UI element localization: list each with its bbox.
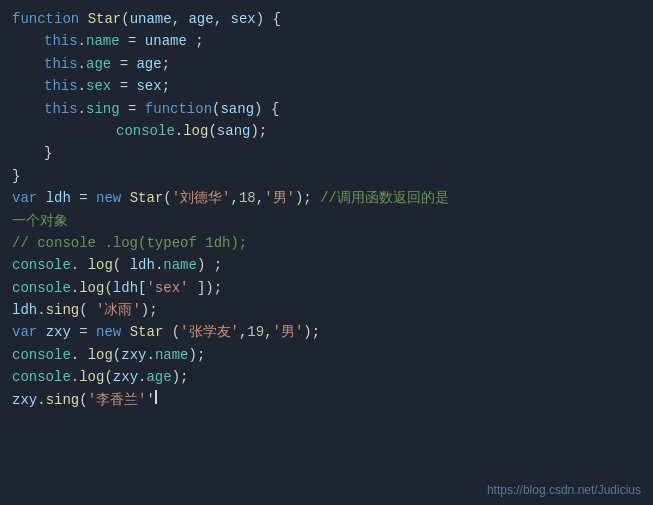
code-line-14: var zxy = new Star ( '张学友' , 19 , '男' ); <box>0 321 653 343</box>
code-editor: function Star ( uname , age , sex ) { th… <box>0 0 653 505</box>
code-line-4: this . sex = sex ; <box>0 75 653 97</box>
code-line-11: console . log ( ldh . name ) ; <box>0 254 653 276</box>
code-line-1: function Star ( uname , age , sex ) { <box>0 8 653 30</box>
code-line-3: this . age = age ; <box>0 53 653 75</box>
code-line-10: // console .log(typeof 1dh); <box>0 232 653 254</box>
keyword-function: function <box>12 8 79 30</box>
code-line-17: zxy . sing ( '李香兰' ' <box>0 389 653 411</box>
code-line-15: console . log ( zxy . name ); <box>0 344 653 366</box>
function-name: Star <box>88 8 122 30</box>
code-line-5: this . sing = function ( sang ) { <box>0 98 653 120</box>
code-line-16: console . log ( zxy . age ); <box>0 366 653 388</box>
code-line-13: ldh . sing ( '冰雨' ); <box>0 299 653 321</box>
code-line-2: this . name = uname ; <box>0 30 653 52</box>
code-line-9b: 一个对象 <box>0 210 653 232</box>
code-line-7: } <box>0 142 653 164</box>
cursor <box>155 390 157 404</box>
code-line-8: } <box>0 165 653 187</box>
watermark: https://blog.csdn.net/Judicius <box>487 483 641 497</box>
code-line-12: console . log ( ldh [ 'sex' ]); <box>0 277 653 299</box>
code-line-9: var ldh = new Star ( '刘德华' , 18 , '男' );… <box>0 187 653 209</box>
code-line-6: console . log ( sang ); <box>0 120 653 142</box>
